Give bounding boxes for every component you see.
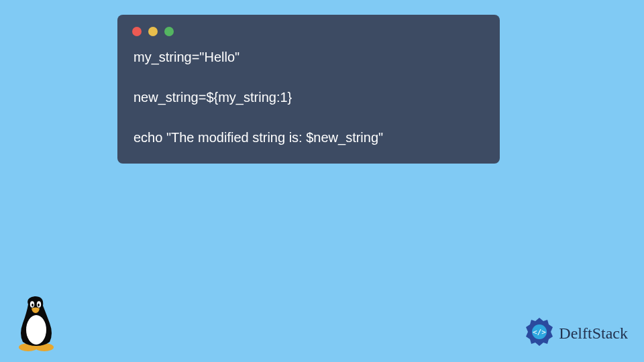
close-icon [132, 27, 142, 36]
code-line: new_string=${my_string:1} [133, 90, 292, 105]
code-line: my_string="Hello" [133, 50, 239, 64]
brand: </> DelftStack [524, 316, 628, 350]
maximize-icon [164, 27, 174, 36]
svg-point-5 [32, 304, 34, 306]
svg-point-6 [38, 304, 40, 306]
linux-tux-icon [12, 295, 60, 354]
svg-point-2 [26, 315, 46, 345]
delftstack-logo-icon: </> [524, 316, 555, 350]
code-line: echo "The modified string is: $new_strin… [133, 130, 383, 145]
window-traffic-lights [132, 27, 486, 36]
brand-name: DelftStack [559, 324, 628, 343]
code-window: my_string="Hello" new_string=${my_string… [117, 15, 500, 164]
svg-text:</>: </> [533, 328, 546, 337]
minimize-icon [148, 27, 158, 36]
code-block: my_string="Hello" new_string=${my_string… [133, 47, 486, 147]
